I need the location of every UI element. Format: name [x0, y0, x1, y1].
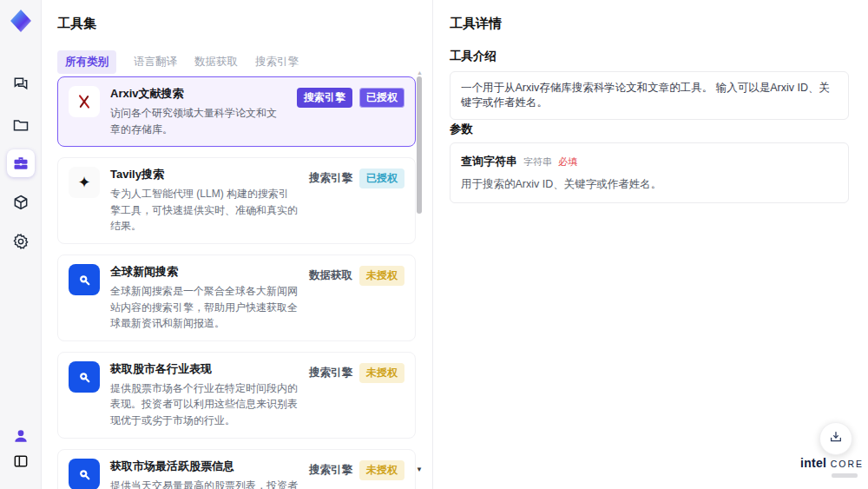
- intel-ultra-mark: [832, 473, 858, 478]
- sidebar-item-files[interactable]: [7, 111, 35, 139]
- tool-card-tavily[interactable]: ✦ Tavily搜索 专为人工智能代理 (LLM) 构建的搜索引擎工具，可快速提…: [57, 157, 416, 244]
- tab-language-translation[interactable]: 语言翻译: [134, 55, 177, 69]
- param-name: 查询字符串: [461, 154, 517, 169]
- briefcase-icon: [12, 155, 30, 172]
- category-label: 搜索引擎: [309, 169, 352, 188]
- tab-all-categories[interactable]: 所有类别: [57, 50, 116, 74]
- chat-icon: [12, 75, 30, 92]
- gear-icon: [12, 233, 30, 250]
- tool-details-panel: 工具详情 工具介绍 一个用于从Arxiv存储库搜索科学论文和文章的工具。 输入可…: [432, 0, 868, 489]
- app-logo: [9, 9, 33, 33]
- sidebar-item-tools[interactable]: [7, 149, 35, 177]
- page-title: 工具集: [57, 16, 96, 32]
- tool-card-list: Arxiv文献搜索 访问各个研究领域大量科学论文和文章的存储库。 搜索引擎 已授…: [57, 76, 416, 489]
- diamond-logo-icon: [10, 10, 32, 32]
- tool-card-sector-performance[interactable]: 获取股市各行业表现 提供股票市场各个行业在特定时间段内的表现。投资者可以利用这些…: [57, 352, 416, 439]
- tavily-star-icon: ✦: [69, 167, 100, 198]
- parameter-card: 查询字符串 字符串 必填 用于搜索的Arxiv ID、关键字或作者姓名。: [450, 142, 849, 203]
- download-button[interactable]: [819, 422, 852, 455]
- sidebar-collapse-toggle[interactable]: [7, 447, 35, 475]
- params-heading: 参数: [450, 122, 473, 137]
- tool-name: Tavily搜索: [110, 167, 299, 182]
- intel-core-logo: intel CORE: [800, 455, 858, 478]
- tool-description: 全球新闻搜索是一个聚合全球各大新闻网站内容的搜索引擎，帮助用户快速获取全球最新资…: [110, 283, 299, 332]
- tool-intro-box: 一个用于从Arxiv存储库搜索科学论文和文章的工具。 输入可以是Arxiv ID…: [450, 71, 849, 120]
- tool-card-global-news[interactable]: 全球新闻搜索 全球新闻搜索是一个聚合全球各大新闻网站内容的搜索引擎，帮助用户快速…: [57, 254, 416, 341]
- tool-name: 获取股市各行业表现: [110, 361, 299, 377]
- category-badge: 搜索引擎: [297, 88, 352, 108]
- param-description: 用于搜索的Arxiv ID、关键字或作者姓名。: [461, 177, 838, 192]
- tool-description: 提供当天交易量最高的股票列表，投资者可以利用这些信息来识别流动性强的股票和潜在的…: [110, 478, 299, 489]
- sidebar-item-models[interactable]: [7, 188, 35, 216]
- sidebar-item-account[interactable]: [7, 422, 35, 450]
- core-wordmark: CORE: [831, 459, 864, 469]
- tool-name: 全球新闻搜索: [110, 264, 299, 280]
- category-label: 搜索引擎: [309, 363, 352, 383]
- tool-card-arxiv[interactable]: Arxiv文献搜索 访问各个研究领域大量科学论文和文章的存储库。 搜索引擎 已授…: [57, 76, 416, 147]
- category-label: 搜索引擎: [309, 460, 352, 480]
- arxiv-icon: [69, 86, 100, 117]
- left-rail: [0, 0, 42, 489]
- scroll-up-arrow-icon[interactable]: ▲: [417, 69, 423, 76]
- intel-wordmark: intel: [800, 456, 826, 470]
- tab-search-engine[interactable]: 搜索引擎: [255, 55, 299, 69]
- tool-name: 获取市场最活跃股票信息: [110, 459, 299, 474]
- param-required-flag: 必填: [558, 155, 577, 169]
- status-badge: 未授权: [359, 266, 404, 286]
- sidebar-item-settings[interactable]: [7, 228, 35, 255]
- tool-description: 提供股票市场各个行业在特定时间段内的表现。投资者可以利用这些信息来识别表现优于或…: [110, 380, 299, 429]
- category-label: 数据获取: [309, 266, 352, 286]
- stock-search-icon: [69, 459, 100, 489]
- tool-list-panel: 工具集 所有类别 语言翻译 数据获取 搜索引擎 Arxiv文献搜索 访问各个研究…: [42, 0, 432, 489]
- tool-name: Arxiv文献搜索: [110, 86, 286, 102]
- stock-search-icon: [69, 361, 100, 393]
- status-badge: 未授权: [359, 460, 404, 480]
- category-tabs: 所有类别 语言翻译 数据获取 搜索引擎: [57, 50, 299, 74]
- intro-heading: 工具介绍: [450, 49, 496, 64]
- param-type: 字符串: [523, 155, 552, 169]
- folder-icon: [12, 116, 30, 134]
- details-title: 工具详情: [450, 16, 502, 32]
- tool-description: 访问各个研究领域大量科学论文和文章的存储库。: [110, 105, 286, 137]
- status-badge: 未授权: [359, 363, 404, 383]
- download-icon: [829, 430, 843, 447]
- scroll-down-arrow-icon[interactable]: ▼: [416, 466, 423, 473]
- user-avatar-icon: [12, 427, 30, 445]
- panel-toggle-icon: [12, 453, 30, 470]
- status-badge: 已授权: [359, 169, 404, 188]
- cube-icon: [12, 194, 30, 211]
- tool-card-most-active-stocks[interactable]: 获取市场最活跃股票信息 提供当天交易量最高的股票列表，投资者可以利用这些信息来识…: [57, 449, 416, 489]
- news-search-icon: [69, 264, 100, 295]
- list-scrollbar-thumb[interactable]: [417, 76, 422, 214]
- sidebar-item-chat[interactable]: [7, 69, 35, 97]
- tool-description: 专为人工智能代理 (LLM) 构建的搜索引擎工具，可快速提供实时、准确和真实的结…: [110, 186, 299, 235]
- tab-data-acquisition[interactable]: 数据获取: [194, 55, 238, 69]
- status-badge: 已授权: [359, 88, 404, 108]
